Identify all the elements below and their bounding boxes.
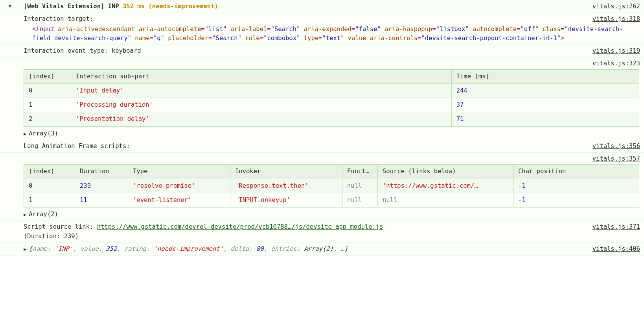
column-header: Time (ms) (451, 69, 639, 83)
subparts-table: (index)Interaction sub-partTime (ms)0'In… (24, 69, 639, 127)
cell-duration: 239 (75, 179, 128, 193)
disclosure-triangle[interactable]: ▼ (9, 2, 11, 9)
cell-char: -1 (513, 193, 639, 207)
table-row: 1'Processing duration'37 (24, 98, 639, 112)
text: Long Animation Frame scripts: (24, 143, 130, 150)
cell-index: 0 (24, 83, 71, 98)
cell-function: null (342, 179, 378, 193)
source-link[interactable]: vitals.js:323 (592, 59, 640, 68)
column-header: Duration (75, 165, 128, 179)
log-entry-table-scripts: vitals.js:357 (index)DurationTypeInvoker… (0, 153, 644, 221)
duration-note: (Duration: 239) (24, 233, 79, 240)
column-header: Invoker (230, 165, 342, 179)
cell-type: 'resolve-promise' (128, 179, 230, 193)
chevron-right-icon: ▶ (24, 246, 26, 253)
metric-value: 352 ms (needs-improvement) (123, 3, 218, 10)
cell-index: 1 (24, 98, 71, 112)
array-toggle[interactable]: ▶Array(3) (24, 129, 640, 138)
cell-source: 'https://www.gstatic.com/… (378, 179, 513, 193)
cell-invoker: 'INPUT.onkeyup' (230, 193, 342, 207)
log-entry-event-type: vitals.js:319 Interaction event type: ke… (0, 45, 644, 57)
log-entry-script-link: vitals.js:371 Script source link: https:… (0, 221, 644, 243)
column-header: (index) (24, 69, 71, 83)
object-toggle[interactable]: ▶{name: 'INP', value: 352, rating: 'need… (24, 245, 348, 252)
text: Interaction event type: keyboard (24, 47, 141, 54)
cell-char: -1 (513, 179, 639, 193)
cell-subpart: 'Processing duration' (71, 98, 452, 112)
log-entry-interaction-target: vitals.js:318 Interaction target: <input… (0, 13, 644, 45)
scripts-table: (index)DurationTypeInvokerFunct…Source (… (24, 164, 639, 207)
log-prefix: [Web Vitals Extension] (24, 3, 104, 10)
label: Interaction target: (24, 15, 93, 22)
column-header: Type (128, 165, 230, 179)
cell-duration: 11 (75, 193, 128, 207)
log-entry-header[interactable]: ▼ vitals.js:262 [Web Vitals Extension] I… (0, 0, 644, 13)
cell-index: 1 (24, 193, 75, 207)
source-link[interactable]: vitals.js:318 (592, 15, 640, 24)
cell-invoker: 'Response.text.then' (230, 179, 342, 193)
cell-subpart: 'Presentation delay' (71, 112, 452, 126)
cell-time: 71 (451, 112, 639, 126)
log-entry-table-subparts: vitals.js:323 (index)Interaction sub-par… (0, 57, 644, 140)
console-panel: ▼ vitals.js:262 [Web Vitals Extension] I… (0, 0, 644, 256)
array-toggle[interactable]: ▶Array(2) (24, 210, 640, 219)
source-link[interactable]: vitals.js:319 (592, 46, 640, 56)
cell-subpart: 'Input delay' (71, 83, 452, 98)
table-row: 0239'resolve-promise''Response.text.then… (24, 179, 639, 193)
source-link[interactable]: vitals.js:262 (592, 2, 640, 11)
column-header: Funct… (342, 165, 378, 179)
source-link[interactable]: vitals.js:371 (592, 222, 640, 232)
column-header: Source (links below) (378, 165, 513, 179)
table-row: 111'event-listener''INPUT.onkeyup'nullnu… (24, 193, 639, 207)
cell-time: 37 (451, 98, 639, 112)
metric-name: INP (108, 3, 123, 10)
cell-index: 2 (24, 112, 71, 126)
chevron-right-icon: ▶ (24, 130, 26, 137)
cell-function: null (342, 193, 378, 207)
column-header: (index) (24, 165, 75, 179)
source-link[interactable]: vitals.js:406 (592, 245, 640, 254)
cell-index: 0 (24, 179, 75, 193)
cell-type: 'event-listener' (128, 193, 230, 207)
column-header: Char position (513, 165, 639, 179)
source-link[interactable]: vitals.js:357 (592, 154, 640, 163)
chevron-right-icon: ▶ (24, 211, 26, 218)
object-preview: {name: 'INP', value: 352, rating: 'needs… (29, 245, 348, 252)
log-entry-laf-label: vitals.js:356 Long Animation Frame scrip… (0, 140, 644, 153)
array-label: Array(2) (29, 211, 58, 218)
cell-source: null (378, 193, 513, 207)
source-link[interactable]: vitals.js:356 (592, 142, 640, 151)
table-row: 2'Presentation delay'71 (24, 112, 639, 126)
column-header: Interaction sub-part (71, 69, 452, 83)
cell-time: 244 (451, 83, 639, 98)
html-element-preview[interactable]: <input aria-activedescendant aria-autoco… (24, 25, 640, 43)
label: Script source link: (24, 223, 97, 230)
log-entry-object: vitals.js:406 ▶{name: 'INP', value: 352,… (0, 243, 644, 256)
table-row: 0'Input delay'244 (24, 83, 639, 98)
array-label: Array(3) (29, 130, 58, 137)
script-url-link[interactable]: https://www.gstatic.com/devrel-devsite/p… (97, 223, 383, 230)
